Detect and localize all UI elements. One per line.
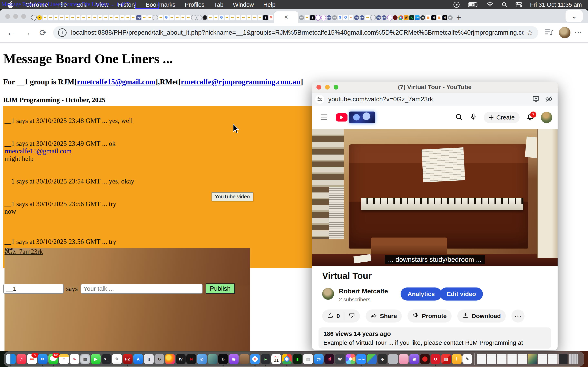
browser-tab-phpc[interactable]: php xyxy=(359,12,365,23)
browser-tab-quill[interactable]: ✒ xyxy=(252,12,257,23)
mic-icon[interactable] xyxy=(470,113,477,122)
browser-tab-quill[interactable]: ✒ xyxy=(97,12,103,23)
browser-tab-quill[interactable]: ✒ xyxy=(114,12,120,23)
browser-tab-quill[interactable]: ✒ xyxy=(246,12,252,23)
dock-item-netflix[interactable]: N xyxy=(186,354,196,364)
dock-item-minimized-window[interactable] xyxy=(548,354,558,364)
dock-item-safari[interactable]: ✦ xyxy=(250,354,260,364)
channel-avatar[interactable] xyxy=(322,288,334,300)
menu-bar-clock[interactable]: Fri 31 Oct 11:35 am xyxy=(530,1,582,8)
browser-tab-quill[interactable]: ✒ xyxy=(86,12,92,23)
browser-tab-globe[interactable] xyxy=(370,12,376,23)
thumbs-up-icon[interactable] xyxy=(327,312,334,320)
browser-tab-quill[interactable]: ✒ xyxy=(257,12,263,23)
browser-tab-sbs[interactable]: W xyxy=(403,12,409,23)
back-button[interactable]: ← xyxy=(6,28,16,38)
dock-item-terminal-2[interactable]: ▸ xyxy=(261,354,270,364)
description-box[interactable]: 186 views 14 years ago Example of Virtua… xyxy=(319,327,551,349)
zoom-window-button[interactable] xyxy=(21,14,26,19)
browser-tab-quill[interactable]: ✒ xyxy=(141,12,147,23)
browser-tab-flame[interactable]: ⌁ xyxy=(348,12,354,23)
screen-mirroring-icon[interactable] xyxy=(453,1,460,8)
dock-item-messages[interactable]: 201 xyxy=(48,354,58,364)
browser-tab-quill[interactable]: ✒ xyxy=(92,12,97,23)
browser-tab-wpdark[interactable]: W xyxy=(420,12,425,23)
forward-button[interactable]: → xyxy=(22,28,32,38)
browser-tab-dots[interactable] xyxy=(387,12,392,23)
browser-tab-globe[interactable] xyxy=(153,12,158,23)
dock-item-doc-app[interactable]: ▤ xyxy=(303,354,313,364)
browser-tab-quill[interactable]: ✒ xyxy=(70,12,75,23)
youtube-wordmark-custom[interactable] xyxy=(349,111,375,123)
close-tab-icon[interactable]: ✕ xyxy=(284,14,288,20)
nickname-input[interactable] xyxy=(3,284,64,294)
close-window-button[interactable] xyxy=(5,14,10,19)
browser-tab-sdark[interactable]: S xyxy=(263,12,268,23)
message-link-email[interactable]: rmetcalfe15@gmail.com xyxy=(4,147,71,155)
dock-item-wp-app[interactable]: W xyxy=(335,354,345,364)
dock-item-pink-photos[interactable] xyxy=(399,354,408,364)
dock-item-no-entry[interactable]: ⊘ xyxy=(197,354,207,364)
browser-tab-wpgrey[interactable]: W xyxy=(299,12,304,23)
browser-tab-google[interactable]: G xyxy=(343,12,348,23)
dock-item-minimized-dark-window[interactable] xyxy=(558,354,568,364)
analytics-button[interactable]: Analytics xyxy=(401,287,442,300)
dock-item-blue-swirl[interactable]: @ xyxy=(314,354,324,364)
dock-item-mail[interactable]: ✉ xyxy=(38,354,48,364)
browser-tab-quill[interactable]: ✒ xyxy=(42,12,48,23)
browser-tab-quill[interactable]: ✒ xyxy=(235,12,241,23)
browser-tab-globe[interactable] xyxy=(191,12,197,23)
dock-item-hands-app[interactable] xyxy=(388,354,398,364)
browser-tab-phpc[interactable]: php xyxy=(381,12,387,23)
dock-item-curio-wave[interactable]: ∿ xyxy=(70,354,79,364)
dock-item-trash[interactable] xyxy=(569,354,579,364)
browser-tab-quill[interactable]: ✒ xyxy=(169,12,174,23)
dock-item-filezilla[interactable]: FZ xyxy=(123,354,132,364)
hamburger-menu-icon[interactable] xyxy=(320,114,328,121)
dock-item-terminal[interactable]: >_ xyxy=(102,354,111,364)
browser-tab-quill[interactable]: ✒ xyxy=(75,12,81,23)
dock-item-facetime[interactable]: ▶ xyxy=(91,354,101,364)
browser-tab-so[interactable]: ≣ xyxy=(437,12,442,23)
dock-item-calendar[interactable]: OCT31 xyxy=(271,354,281,364)
browser-tab-quill[interactable]: ✒ xyxy=(103,12,108,23)
dock-item-minimized-window[interactable] xyxy=(507,354,517,364)
bookmark-star-icon[interactable]: ☆ xyxy=(526,28,533,37)
browser-tab-chrome[interactable] xyxy=(398,12,403,23)
menu-item-window[interactable]: Window xyxy=(228,1,259,8)
browser-tab-quill[interactable]: ✒ xyxy=(174,12,180,23)
search-icon[interactable] xyxy=(455,113,463,122)
browser-tab-google[interactable]: G xyxy=(219,12,224,23)
group-email-link-1[interactable]: rmetcalfe15@gmail.com xyxy=(77,78,155,86)
dock-item-kaleidoscope[interactable]: ✱ xyxy=(346,354,355,364)
dock-item-firefox[interactable] xyxy=(165,354,175,364)
promote-button[interactable]: Promote xyxy=(407,309,452,323)
browser-tab-phpc[interactable]: php xyxy=(354,12,359,23)
group-email-link-2[interactable]: rmetcalfe@rjmprogramming.com.au xyxy=(181,78,301,86)
menu-item-profiles[interactable]: Profiles xyxy=(180,1,209,8)
dock-item-zoom[interactable]: zoom xyxy=(356,354,366,364)
browser-tab-quill[interactable]: ✒ xyxy=(304,12,310,23)
control-center-icon[interactable] xyxy=(515,2,522,8)
browser-tab-sdark[interactable]: S xyxy=(310,12,315,23)
menu-item-tab[interactable]: Tab xyxy=(209,1,228,8)
browser-tab-camera[interactable] xyxy=(202,12,208,23)
message-link-video[interactable]: 0Gz_7am23rk xyxy=(4,286,250,351)
edit-video-button[interactable]: Edit video xyxy=(440,287,483,300)
dock-item-photo-app[interactable] xyxy=(208,354,217,364)
browser-tab-quill[interactable]: ✒ xyxy=(53,12,59,23)
thumbs-down-icon[interactable] xyxy=(348,312,355,320)
omnibox[interactable]: i localhost:8888/PHP/prepend/talk_about_… xyxy=(53,26,538,39)
channel-name[interactable]: Robert Metcalfe xyxy=(339,287,388,295)
profile-avatar[interactable] xyxy=(559,27,571,38)
browser-tab-dots[interactable] xyxy=(321,12,326,23)
browser-tab-clock[interactable]: ✓ xyxy=(37,12,42,23)
dock-item-podcasts[interactable]: ◉ xyxy=(229,354,239,364)
dock-item-adobe-id[interactable]: Id xyxy=(324,354,334,364)
dock-item-iphone-mirroring[interactable]: ▯ xyxy=(144,354,154,364)
dock-item-music[interactable]: ♫ xyxy=(17,354,26,364)
dock-item-minimized-photo[interactable] xyxy=(528,354,537,364)
media-controls-icon[interactable] xyxy=(544,28,553,37)
dock-item-appletv[interactable]: tv xyxy=(176,354,186,364)
popup-title-bar[interactable]: (7) Virtual Tour - YouTube xyxy=(312,82,558,93)
